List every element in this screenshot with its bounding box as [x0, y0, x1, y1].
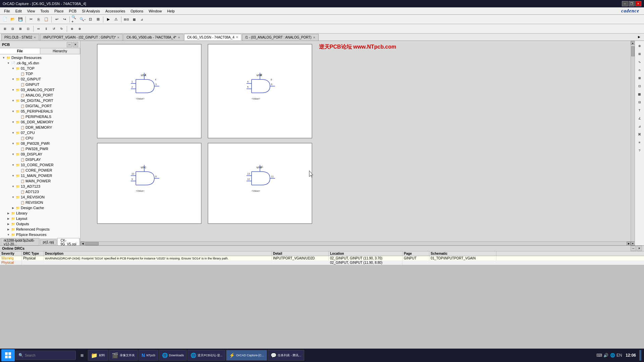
scroll-left-arrow[interactable]: ◀	[80, 242, 85, 246]
taskbar-search[interactable]: 🔍 Search	[15, 351, 76, 360]
taskbar-downloads-button[interactable]: 🌐 Downloads	[159, 350, 187, 361]
tab-ck9g500[interactable]: CK-9G_V500.olb - 74ACT08A_4* ✕	[123, 34, 183, 41]
tab-inputport[interactable]: /INPUTPORT_VGAIN - (02_GINPUT : GINPUT)*…	[40, 34, 123, 41]
scroll-down-arrow[interactable]: ▼	[631, 241, 635, 245]
menu-file[interactable]: File	[1, 8, 13, 14]
zoom-fit-button[interactable]: ⊡	[87, 16, 94, 23]
zoom-out-button[interactable]: 🔍-	[79, 16, 86, 23]
tree-peripherals[interactable]: 📋 PERIPHERALS	[0, 114, 80, 119]
tree-ad7123[interactable]: 📋 AD7123	[0, 189, 80, 194]
open-button[interactable]: 📂	[9, 16, 16, 23]
rt-tool-7[interactable]: ▦	[636, 90, 643, 98]
rt-tool-13[interactable]: ≡	[636, 139, 643, 146]
tree-design-resources[interactable]: ▼ 📁 Design Resources	[0, 55, 80, 60]
tab-analogport[interactable]: /1 - (03_ANALOG_PORT : ANALOG_PORT) ✕	[242, 34, 319, 41]
session-tab-3[interactable]: CK-9G_V5.opj	[57, 238, 79, 246]
tree-06ddr[interactable]: ▼ 📁 06_DDR_MEMORY	[0, 119, 80, 125]
rt-tool-9[interactable]: T	[636, 107, 643, 114]
tree-referenced-projects[interactable]: ▶ 📁 Referenced Projects	[0, 227, 80, 232]
tb-misc3[interactable]: ⊿	[138, 16, 146, 23]
tree-01top[interactable]: ▼ 📁 01_TOP	[0, 66, 80, 71]
tree-08pw328[interactable]: ▼ 📁 08_PW328_PWR	[0, 141, 80, 146]
rt-tool-3[interactable]: ∿	[636, 58, 643, 66]
copy-button[interactable]: ⎘	[35, 16, 42, 23]
tree-ddr-memory[interactable]: 📋 DDR_MEMORY	[0, 125, 80, 130]
rt-tool-1[interactable]: ⊕	[636, 42, 643, 50]
tb-misc1[interactable]: ⊞⊟	[123, 16, 130, 23]
tree-revision[interactable]: 📋 REVISION	[0, 200, 80, 205]
rt-tool-10[interactable]: ∠	[636, 115, 643, 122]
sidebar-minimize[interactable]: ─	[67, 42, 72, 47]
close-button[interactable]: ✕	[635, 1, 641, 6]
rt-tool-11[interactable]: ⊿	[636, 123, 643, 130]
tree-11mainpower[interactable]: ▼ 📁 11_MAIN_POWER	[0, 173, 80, 178]
menu-tools[interactable]: Tools	[38, 8, 52, 14]
tree-07cpu[interactable]: ▼ 📁 07_CPU	[0, 130, 80, 135]
tray-icon-1[interactable]: ⌨	[596, 352, 602, 358]
tree-02ginput[interactable]: ▼ 📁 02_GINPUT	[0, 76, 80, 82]
tb2-9[interactable]: ⊕	[68, 25, 76, 33]
tray-icon-3[interactable]: 🌐	[609, 352, 615, 358]
drc-button[interactable]: ⚠	[112, 16, 120, 23]
tray-icon-4[interactable]: EN	[616, 352, 622, 358]
tab-close-pr1olb[interactable]: ✕	[34, 36, 36, 39]
tb2-8[interactable]: ↻	[58, 25, 65, 33]
taskbar-ntpcbforum-button[interactable]: 🌐 逆天PCB论坛-逆...	[187, 350, 225, 361]
tree-outputs[interactable]: ▶ 📁 Outputs	[0, 221, 80, 227]
restore-button[interactable]: ❐	[629, 1, 635, 6]
undo-button[interactable]: ↩	[53, 16, 60, 23]
menu-window[interactable]: Window	[146, 8, 164, 14]
zoom-in-button[interactable]: 🔍+	[71, 16, 78, 23]
tb2-2[interactable]: ⊟	[9, 25, 16, 33]
rt-tool-14[interactable]: ?	[636, 147, 643, 154]
tree-top[interactable]: 📋 TOP	[0, 71, 80, 76]
tb2-6[interactable]: ⇕	[43, 25, 50, 33]
new-button[interactable]: 📄	[1, 16, 9, 23]
tree-03analog[interactable]: ▼ 📁 03_ANALOG_PORT	[0, 87, 80, 93]
show-desktop-button[interactable]	[639, 350, 641, 361]
sidebar-tab-hierarchy[interactable]: Hierarchy	[40, 48, 80, 54]
menu-help[interactable]: Help	[164, 8, 177, 14]
tree-04digital[interactable]: ▼ 📁 04_DIGITAL_PORT	[0, 98, 80, 103]
tree-13ad7123[interactable]: ▼ 📁 13_AD7123	[0, 184, 80, 189]
cut-button[interactable]: ✂	[27, 16, 35, 23]
tree-digital-port[interactable]: 📋 DIGITAL_PORT	[0, 103, 80, 109]
tab-ck9gv5dsn[interactable]: CK-9G_V5.DSN - 74ACT08A_4 ✕	[184, 34, 241, 41]
taskbar-folder-button[interactable]: 📁 材料	[88, 350, 108, 361]
menu-place[interactable]: Place	[52, 8, 66, 14]
taskbar-orcad-button[interactable]: ⚡ OrCAD Capture-[C...	[226, 350, 267, 361]
rt-tool-4[interactable]: ⎋	[636, 66, 643, 74]
tree-pspice-resources[interactable]: ▼ 📁 PSpice Resources	[0, 232, 80, 237]
run-button[interactable]: ▶	[105, 16, 112, 23]
tb2-7[interactable]: ↺	[50, 25, 58, 33]
taskbar-ntpcb-button[interactable]: N NTpcb	[139, 350, 158, 361]
sidebar-tab-file[interactable]: File	[0, 48, 40, 54]
taskbar-tencent-button[interactable]: 💬 任务列表 - 腾讯...	[268, 350, 304, 361]
tab-scroll-right[interactable]: ▶	[635, 34, 643, 41]
schematic-view[interactable]: 1 2 3 4 U7A <Value> 4	[80, 41, 635, 245]
rt-tool-5[interactable]: ⊠	[636, 74, 643, 82]
session-tab-1[interactable]: rk3288-lpddr3p2sd6-v12-20...	[1, 238, 39, 246]
tree-main-power[interactable]: 📋 MAIN_POWER	[0, 178, 80, 184]
session-tab-2[interactable]: prj1.opj	[40, 240, 57, 245]
tab-close-ck9gv5dsn[interactable]: ✕	[236, 36, 238, 39]
tb2-3[interactable]: ⊠	[17, 25, 24, 33]
tab-close-ck9g500[interactable]: ✕	[178, 36, 180, 39]
tree-layout[interactable]: ▶ 📁 Layout	[0, 216, 80, 221]
tb2-1[interactable]: ⊞	[1, 25, 9, 33]
rt-tool-6[interactable]: ⊡	[636, 82, 643, 90]
drc-row-2[interactable]: Physical 02_GINPUT, GINPUT (11.90, 8.80)	[0, 260, 644, 265]
tree-analog-port[interactable]: 📋 ANALOG_PORT	[0, 93, 80, 98]
tab-close-inputport[interactable]: ✕	[117, 36, 120, 39]
tree-core-power[interactable]: 📋 CORE_POWER	[0, 168, 80, 173]
menu-view[interactable]: View	[24, 8, 38, 14]
rt-tool-12[interactable]: ⌘	[636, 131, 643, 138]
tree-pw328[interactable]: 📋 PW328_PWR	[0, 146, 80, 152]
tree-09display[interactable]: ▼ 📁 09_DISPLAY	[0, 152, 80, 157]
menu-si[interactable]: SI Analysis	[79, 8, 103, 14]
tree-ginput[interactable]: 📋 GINPUT	[0, 82, 80, 87]
tab-close-analogport[interactable]: ✕	[313, 36, 316, 39]
rt-tool-8[interactable]: ⊟	[636, 99, 643, 106]
tb2-10[interactable]: ⊗	[76, 25, 84, 33]
tree-display[interactable]: 📋 DISPLAY	[0, 157, 80, 162]
